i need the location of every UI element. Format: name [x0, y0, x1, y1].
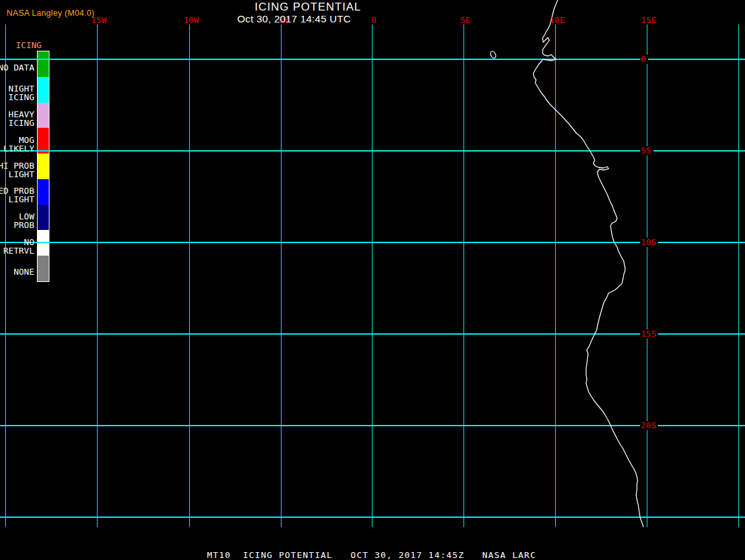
legend-swatch-med-prob-light — [38, 179, 49, 205]
gridline-horizontal — [0, 150, 745, 152]
gridline-horizontal — [0, 425, 745, 426]
longitude-label-0: 0 — [371, 16, 376, 24]
latitude-label-20S: 20S — [640, 421, 658, 430]
legend-label-low-prob: LOW PROB — [0, 212, 34, 229]
gridline-vertical — [647, 24, 647, 527]
icing-potential-screen: NASA Langley (M04.0) ICING POTENTIAL Oct… — [0, 0, 745, 560]
gridline-vertical — [463, 24, 464, 527]
legend-label-no-data: NO DATA — [0, 63, 34, 72]
footer-caption: MT10 ICING POTENTIAL OCT 30, 2017 14:45Z… — [207, 550, 536, 560]
page-title: ICING POTENTIAL — [254, 1, 361, 14]
gridline-horizontal — [0, 242, 745, 243]
legend-label-no-retrvl: NO RETRVL — [0, 238, 34, 255]
legend-swatch-heavy-icing — [38, 103, 49, 128]
legend-label-med-prob-light: MED PROB LIGHT — [0, 186, 34, 204]
gridline-horizontal — [0, 333, 745, 335]
legend-colorbar — [37, 51, 49, 282]
legend-swatch-none — [38, 256, 49, 281]
legend-label-none: NONE — [0, 267, 34, 276]
gridline-vertical — [281, 24, 282, 527]
legend-swatch-hi-prob-light — [38, 154, 49, 179]
gridline-vertical — [97, 24, 98, 527]
gridline-horizontal — [0, 517, 745, 518]
latitude-label-0: 0 — [640, 55, 648, 64]
longitude-label-5E: 5E — [460, 16, 471, 24]
gridline-vertical — [555, 24, 556, 527]
longitude-label-10E: 10E — [549, 16, 564, 24]
latitude-label-15S: 15S — [640, 329, 658, 339]
legend-swatch-low-prob — [38, 205, 49, 231]
coastline-layer — [0, 0, 745, 560]
latitude-label-10S: 10S — [640, 238, 658, 247]
longitude-label-15E: 15E — [641, 16, 656, 24]
gridline-vertical — [738, 24, 739, 527]
legend-label-heavy-icing: HEAVY ICING — [0, 110, 34, 127]
legend-label-mog-likely: MOG LIKELY — [0, 136, 34, 153]
longitude-label-10W: 10W — [183, 16, 198, 24]
legend-label-night-icing: NIGHT ICING — [0, 84, 34, 101]
source-label: NASA Langley (M04.0) — [7, 9, 94, 18]
legend-swatch-no-data — [38, 51, 49, 77]
latitude-label-5S: 5S — [640, 146, 653, 155]
coastline-path — [533, 0, 643, 527]
island-outline — [490, 51, 497, 59]
legend-swatch-night-icing — [38, 77, 49, 103]
legend-title: ICING — [16, 40, 42, 50]
gridline-vertical — [372, 24, 372, 527]
timestamp-subtitle: Oct 30, 2017 14:45 UTC — [237, 13, 351, 25]
gridline-horizontal — [0, 59, 745, 60]
gridline-vertical — [189, 24, 190, 527]
legend-label-hi-prob-light: HI PROB LIGHT — [0, 161, 34, 179]
